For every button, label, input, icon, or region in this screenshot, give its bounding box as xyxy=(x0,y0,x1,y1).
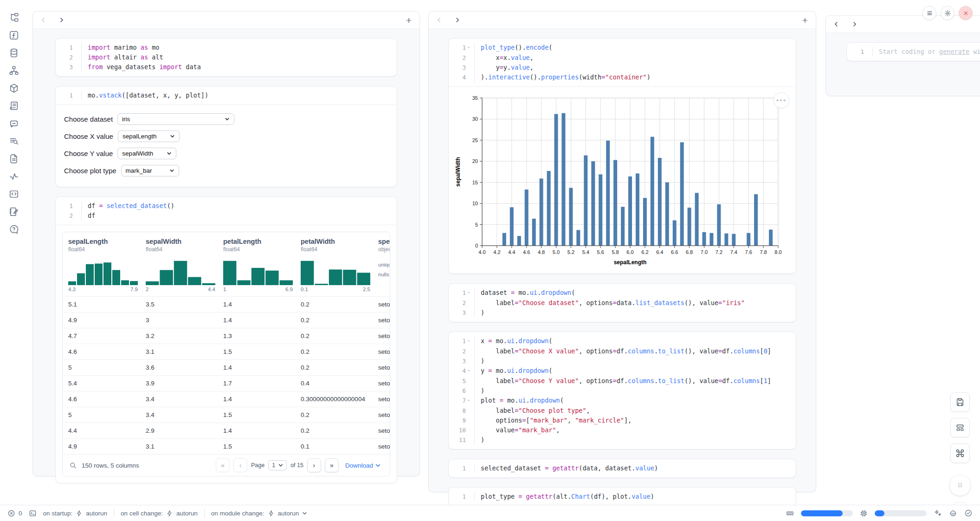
fold-chevron-icon[interactable]: › xyxy=(464,46,474,50)
sidebar-item-documentation[interactable] xyxy=(8,153,19,164)
autorun-value: autorun xyxy=(176,510,198,517)
svg-text:sepalWidth: sepalWidth xyxy=(455,157,461,187)
code-line: 3) xyxy=(449,356,796,366)
sidebar-item-packages[interactable] xyxy=(8,83,19,94)
table-cell: 4.4 xyxy=(68,427,146,434)
range-max: 2.5 xyxy=(363,287,370,292)
column-prev-button[interactable] xyxy=(436,17,442,23)
settings-button[interactable] xyxy=(941,6,954,20)
prev-page-button[interactable]: ‹ xyxy=(233,458,247,472)
chart-menu-button[interactable]: ●●● xyxy=(774,92,789,108)
keyboard-shortcuts-button[interactable] xyxy=(950,443,970,463)
column-next-button[interactable] xyxy=(58,17,65,23)
column-header-petalWidth[interactable]: petalWidthfloat640.12.5 xyxy=(301,238,378,296)
table-cell: 3.2 xyxy=(146,332,223,339)
code-editor[interactable]: 1mo.vstack([dataset, x, y, plot]) xyxy=(56,86,397,104)
code-editor[interactable]: 1›x = mo.ui.dropdown(2 label="Choose X v… xyxy=(449,332,796,449)
choose-dataset-select[interactable]: iris xyxy=(117,113,234,125)
sidebar-item-logs[interactable] xyxy=(8,100,19,111)
code-editor[interactable]: 1selected_dataset = getattr(data, datase… xyxy=(449,459,796,477)
code-text: mo.vstack([dataset, x, y, plot]) xyxy=(81,91,397,100)
svg-text:4.8: 4.8 xyxy=(538,249,545,255)
connection-status-button[interactable] xyxy=(964,509,973,517)
autorun-setting[interactable]: on module change:autorun xyxy=(211,510,308,517)
fold-chevron-icon[interactable]: › xyxy=(464,399,474,403)
robot-icon xyxy=(949,509,957,517)
column-header-sepalWidth[interactable]: sepalWidthfloat6424.4 xyxy=(146,238,223,296)
sidebar-item-scratchpad[interactable] xyxy=(8,136,19,147)
column-header-petalLength[interactable]: petalLengthfloat6416.9 xyxy=(223,238,301,296)
sidebar-item-notebook[interactable] xyxy=(8,206,19,217)
sidebar-item-tracing[interactable] xyxy=(8,171,19,182)
chatbot-button[interactable] xyxy=(949,509,957,517)
code-editor-placeholder[interactable]: 1Start coding or generate with xyxy=(847,43,980,61)
table-cell: 1.4 xyxy=(223,317,301,324)
code-line: 3 y=y.value, xyxy=(449,63,796,72)
table-cell: 1.5 xyxy=(223,411,301,418)
status-bar: 0 on startup:autorunon cell change:autor… xyxy=(0,505,980,521)
save-button[interactable] xyxy=(950,392,970,412)
column-prev-button[interactable] xyxy=(40,17,46,23)
table-cell: setos xyxy=(378,380,390,387)
last-page-button[interactable]: » xyxy=(325,458,339,472)
ai-assistant-button[interactable] xyxy=(934,509,942,517)
sidebar-item-help[interactable] xyxy=(8,224,19,235)
table-cell: 1.5 xyxy=(223,443,301,450)
autorun-setting[interactable]: on cell change:autorun xyxy=(121,510,198,517)
choose-y-value-select[interactable]: sepalWidth xyxy=(117,148,176,159)
add-cell-button[interactable]: + xyxy=(405,15,413,25)
add-cell-button[interactable]: + xyxy=(801,15,809,25)
line-number: 1 xyxy=(56,201,81,211)
stop-button[interactable] xyxy=(949,475,971,496)
menu-button[interactable] xyxy=(922,6,936,20)
sidebar-item-file-tree[interactable] xyxy=(8,12,19,23)
code-editor[interactable]: 1import marimo as mo2import altair as al… xyxy=(56,39,397,76)
table-row: 5.43.91.70.4setos xyxy=(63,375,390,391)
stop-icon xyxy=(955,480,965,490)
autorun-setting[interactable]: on startup:autorun xyxy=(43,510,108,517)
table-search-button[interactable] xyxy=(69,462,77,469)
dropdown-row: Choose plot typemark_bar xyxy=(64,162,388,179)
sidebar-item-datasources[interactable] xyxy=(8,47,19,59)
sidebar-item-chat[interactable] xyxy=(8,118,19,129)
choose-x-value-select[interactable]: sepalLength xyxy=(118,130,180,142)
autorun-label: on module change: xyxy=(211,510,264,517)
sidebar-item-functions[interactable] xyxy=(8,30,19,41)
code-editor[interactable]: 1›dataset = mo.ui.dropdown(2 label="Choo… xyxy=(449,284,796,322)
page-number-select[interactable]: 1 xyxy=(268,460,287,470)
column-header-sepalLength[interactable]: sepalLengthfloat644.37.9 xyxy=(68,238,146,296)
code-text: label="Choose dataset", options=data.lis… xyxy=(474,298,796,308)
close-button[interactable] xyxy=(959,6,973,20)
table-cell: 3.4 xyxy=(146,411,223,418)
page-label: Page xyxy=(251,462,264,469)
table-cell: 4.9 xyxy=(68,443,146,450)
fold-chevron-icon[interactable]: › xyxy=(464,369,474,373)
choose-plot-type-select[interactable]: mark_bar xyxy=(121,165,179,176)
code-line: 6) xyxy=(449,386,796,396)
sidebar-item-dependency-graph[interactable] xyxy=(8,65,19,76)
column-header-speci[interactable]: speciobjecuniqunulls: xyxy=(378,238,390,296)
first-page-button[interactable]: « xyxy=(216,458,230,472)
next-page-button[interactable]: › xyxy=(307,458,321,472)
errors-indicator[interactable]: 0 xyxy=(7,509,22,517)
table-cell: 3.4 xyxy=(146,396,223,403)
column-prev-button[interactable] xyxy=(833,21,839,27)
code-text: ) xyxy=(474,435,796,445)
altair-bar-chart[interactable]: 4.04.24.44.64.85.05.25.45.65.86.06.26.46… xyxy=(453,92,792,270)
table-row: 5.13.51.40.2setos xyxy=(63,296,390,312)
svg-text:8.0: 8.0 xyxy=(774,249,781,255)
code-editor[interactable]: 1df = selected_dataset()2df xyxy=(56,197,397,225)
fold-chevron-icon[interactable]: › xyxy=(464,339,474,344)
code-editor[interactable]: 1plot_type = getattr(alt.Chart(df), plot… xyxy=(449,488,796,506)
code-editor[interactable]: 1›plot_type().encode(2 x=x.value,3 y=y.v… xyxy=(449,39,796,86)
dropdown-label: Choose X value xyxy=(64,132,113,140)
layout-button[interactable] xyxy=(950,418,970,437)
column-next-button[interactable] xyxy=(851,21,858,27)
terminal-button[interactable] xyxy=(29,509,37,517)
code-text: y=y.value, xyxy=(474,63,796,72)
fold-chevron-icon[interactable]: › xyxy=(464,291,474,295)
download-button[interactable]: Download xyxy=(342,462,383,469)
sidebar-item-snippets[interactable] xyxy=(8,189,19,200)
line-number: 1 xyxy=(56,43,81,52)
column-next-button[interactable] xyxy=(454,17,461,23)
